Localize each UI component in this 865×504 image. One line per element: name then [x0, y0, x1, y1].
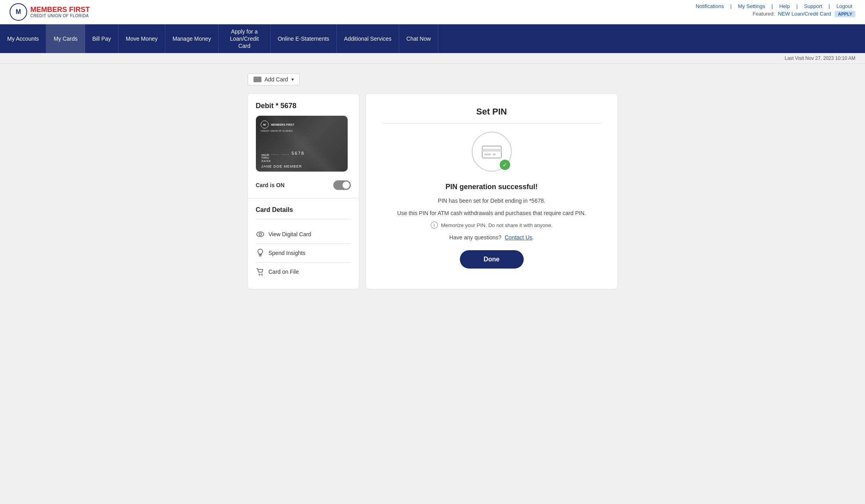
nav-apply-loan[interactable]: Apply for a Loan/Credit Card: [219, 24, 271, 53]
brand-name: MEMBERS FIRST: [30, 6, 90, 14]
card-on-file-label: Card on File: [269, 269, 299, 275]
card-image: M MEMBERS FIRSTCREDIT UNION OF FLORIDA .…: [256, 116, 348, 172]
nav-additional-services[interactable]: Additional Services: [337, 24, 399, 53]
cart-icon: [256, 267, 265, 276]
questions-row: Have any questions? Contact Us.: [449, 234, 534, 241]
questions-text: Have any questions?: [449, 234, 502, 241]
pin-info-row: i Memorize your PIN. Do not share it wit…: [431, 221, 553, 229]
card-on-file-item[interactable]: Card on File: [256, 263, 351, 281]
pin-info-text: Memorize your PIN. Do not share it with …: [441, 222, 553, 228]
pin-check-badge: ✓: [500, 160, 510, 170]
svg-point-0: [257, 232, 264, 237]
svg-point-3: [259, 274, 260, 275]
support-link[interactable]: Support: [801, 3, 825, 9]
apply-button[interactable]: APPLY: [835, 11, 855, 17]
pin-desc-1: PIN has been set for Debit ending in *56…: [438, 197, 545, 205]
card-info-box: Debit * 5678 M MEMBERS FIRSTCREDIT UNION…: [247, 93, 359, 198]
svg-rect-7: [485, 154, 491, 155]
card-toggle-switch[interactable]: [333, 180, 351, 190]
svg-point-1: [259, 233, 261, 235]
pin-success-title: PIN generation successful!: [445, 183, 538, 191]
main-nav: My Accounts My Cards Bill Pay Move Money…: [0, 24, 865, 53]
card-thru-label: THRU: [261, 156, 271, 159]
last-visit-bar: Last Visit Nov 27, 2023 10:10 AM: [0, 53, 865, 64]
top-right-area: Notifications | My Settings | Help | Sup…: [693, 3, 855, 17]
page-content: Add Card ▾ Debit * 5678 M MEMBERS FIRSTC…: [241, 64, 624, 299]
view-digital-card-label: View Digital Card: [269, 231, 311, 237]
card-toggle-row: Card is ON: [256, 177, 351, 190]
featured-item: NEW Loan/Credit Card: [778, 11, 831, 17]
featured-label: Featured:: [752, 11, 775, 17]
pin-success-icon: ✓: [472, 132, 512, 172]
right-panel: Set PIN ✓ PIN generation successful! PIN…: [366, 93, 618, 289]
pin-desc-2: Use this PIN for ATM cash withdrawals an…: [397, 209, 586, 217]
svg-rect-5: [482, 146, 501, 158]
logout-link[interactable]: Logout: [833, 3, 855, 9]
logo-circle: M: [10, 3, 27, 21]
card-holder-name: JANE DOE MEMBER: [261, 164, 302, 168]
svg-point-4: [261, 274, 262, 275]
card-valid-area: VALID THRU XX/XX: [261, 154, 271, 163]
card-valid-date: XX/XX: [261, 159, 271, 163]
brand-sub: CREDIT UNION OF FLORIDA: [30, 14, 90, 18]
two-col-layout: Debit * 5678 M MEMBERS FIRSTCREDIT UNION…: [247, 93, 618, 289]
left-panel: Debit * 5678 M MEMBERS FIRSTCREDIT UNION…: [247, 93, 359, 289]
last-visit-text: Last Visit Nov 27, 2023 10:10 AM: [785, 55, 855, 61]
logo-text: MEMBERS FIRST CREDIT UNION OF FLORIDA: [30, 6, 90, 18]
spend-insights-label: Spend Insights: [269, 250, 306, 256]
nav-e-statements[interactable]: Online E-Statements: [271, 24, 337, 53]
notifications-link[interactable]: Notifications: [693, 3, 727, 9]
card-valid-label: VALID: [261, 154, 271, 156]
nav-bill-pay[interactable]: Bill Pay: [85, 24, 119, 53]
add-card-label: Add Card: [265, 76, 288, 83]
nav-move-money[interactable]: Move Money: [119, 24, 165, 53]
nav-chat-now[interactable]: Chat Now: [399, 24, 438, 53]
settings-link[interactable]: My Settings: [735, 3, 768, 9]
nav-manage-money[interactable]: Manage Money: [165, 24, 219, 53]
lightbulb-icon: [256, 249, 265, 257]
nav-my-cards[interactable]: My Cards: [46, 24, 85, 53]
help-link[interactable]: Help: [776, 3, 793, 9]
card-details-title: Card Details: [256, 206, 351, 219]
card-logo-circle: M: [261, 121, 269, 128]
info-icon: i: [431, 221, 438, 229]
add-card-bar: Add Card ▾: [247, 73, 618, 85]
svg-rect-6: [482, 149, 501, 152]
card-name-area: JANE DOE MEMBER: [261, 164, 302, 168]
featured-bar: Featured: NEW Loan/Credit Card APPLY: [752, 11, 855, 17]
card-on-label: Card is ON: [256, 182, 285, 188]
done-button[interactable]: Done: [460, 250, 524, 269]
spend-insights-item[interactable]: Spend Insights: [256, 244, 351, 263]
card-logo-area: M MEMBERS FIRSTCREDIT UNION OF FLORIDA: [261, 121, 294, 132]
card-title: Debit * 5678: [256, 102, 351, 110]
view-digital-card-item[interactable]: View Digital Card: [256, 225, 351, 244]
set-pin-title: Set PIN: [382, 107, 602, 124]
add-card-button[interactable]: Add Card ▾: [247, 73, 300, 85]
chevron-down-icon: ▾: [291, 77, 294, 82]
eye-icon: [256, 230, 265, 239]
top-nav-links: Notifications | My Settings | Help | Sup…: [693, 3, 855, 9]
pin-card-svg: [481, 144, 502, 160]
card-details-box: Card Details View Digital Card: [247, 198, 359, 289]
svg-rect-8: [493, 154, 496, 155]
card-small-icon: [253, 77, 261, 82]
contact-us-link[interactable]: Contact Us: [505, 234, 532, 241]
logo: M MEMBERS FIRST CREDIT UNION OF FLORIDA: [10, 3, 90, 21]
nav-my-accounts[interactable]: My Accounts: [0, 24, 46, 53]
